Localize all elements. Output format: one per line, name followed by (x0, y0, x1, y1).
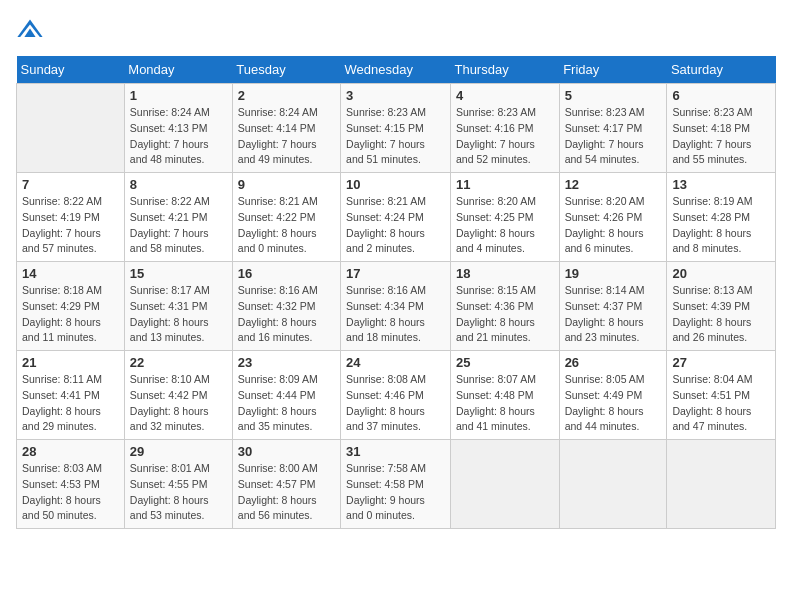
calendar-cell: 25Sunrise: 8:07 AMSunset: 4:48 PMDayligh… (450, 351, 559, 440)
calendar-week-row: 1Sunrise: 8:24 AMSunset: 4:13 PMDaylight… (17, 84, 776, 173)
calendar-cell: 21Sunrise: 8:11 AMSunset: 4:41 PMDayligh… (17, 351, 125, 440)
calendar-cell: 2Sunrise: 8:24 AMSunset: 4:14 PMDaylight… (232, 84, 340, 173)
calendar-cell: 19Sunrise: 8:14 AMSunset: 4:37 PMDayligh… (559, 262, 667, 351)
day-number: 21 (22, 355, 119, 370)
calendar-cell: 27Sunrise: 8:04 AMSunset: 4:51 PMDayligh… (667, 351, 776, 440)
day-info: Sunrise: 8:10 AMSunset: 4:42 PMDaylight:… (130, 372, 227, 435)
day-info: Sunrise: 8:16 AMSunset: 4:32 PMDaylight:… (238, 283, 335, 346)
calendar-header-friday: Friday (559, 56, 667, 84)
calendar-cell (667, 440, 776, 529)
calendar-week-row: 14Sunrise: 8:18 AMSunset: 4:29 PMDayligh… (17, 262, 776, 351)
calendar-cell: 5Sunrise: 8:23 AMSunset: 4:17 PMDaylight… (559, 84, 667, 173)
calendar-week-row: 7Sunrise: 8:22 AMSunset: 4:19 PMDaylight… (17, 173, 776, 262)
day-info: Sunrise: 8:07 AMSunset: 4:48 PMDaylight:… (456, 372, 554, 435)
day-number: 26 (565, 355, 662, 370)
calendar-table: SundayMondayTuesdayWednesdayThursdayFrid… (16, 56, 776, 529)
day-info: Sunrise: 8:16 AMSunset: 4:34 PMDaylight:… (346, 283, 445, 346)
day-number: 22 (130, 355, 227, 370)
day-info: Sunrise: 8:15 AMSunset: 4:36 PMDaylight:… (456, 283, 554, 346)
day-info: Sunrise: 8:09 AMSunset: 4:44 PMDaylight:… (238, 372, 335, 435)
calendar-cell: 18Sunrise: 8:15 AMSunset: 4:36 PMDayligh… (450, 262, 559, 351)
day-number: 29 (130, 444, 227, 459)
day-info: Sunrise: 8:22 AMSunset: 4:21 PMDaylight:… (130, 194, 227, 257)
day-number: 4 (456, 88, 554, 103)
day-number: 23 (238, 355, 335, 370)
day-info: Sunrise: 7:58 AMSunset: 4:58 PMDaylight:… (346, 461, 445, 524)
calendar-cell: 15Sunrise: 8:17 AMSunset: 4:31 PMDayligh… (124, 262, 232, 351)
day-info: Sunrise: 8:17 AMSunset: 4:31 PMDaylight:… (130, 283, 227, 346)
calendar-cell: 29Sunrise: 8:01 AMSunset: 4:55 PMDayligh… (124, 440, 232, 529)
day-number: 1 (130, 88, 227, 103)
day-number: 7 (22, 177, 119, 192)
calendar-cell: 31Sunrise: 7:58 AMSunset: 4:58 PMDayligh… (341, 440, 451, 529)
calendar-cell (559, 440, 667, 529)
day-info: Sunrise: 8:20 AMSunset: 4:25 PMDaylight:… (456, 194, 554, 257)
page-header (16, 16, 776, 44)
day-info: Sunrise: 8:21 AMSunset: 4:24 PMDaylight:… (346, 194, 445, 257)
calendar-cell: 7Sunrise: 8:22 AMSunset: 4:19 PMDaylight… (17, 173, 125, 262)
day-number: 16 (238, 266, 335, 281)
day-info: Sunrise: 8:24 AMSunset: 4:14 PMDaylight:… (238, 105, 335, 168)
calendar-cell: 4Sunrise: 8:23 AMSunset: 4:16 PMDaylight… (450, 84, 559, 173)
calendar-cell: 3Sunrise: 8:23 AMSunset: 4:15 PMDaylight… (341, 84, 451, 173)
calendar-cell: 13Sunrise: 8:19 AMSunset: 4:28 PMDayligh… (667, 173, 776, 262)
day-number: 6 (672, 88, 770, 103)
day-number: 30 (238, 444, 335, 459)
calendar-cell: 14Sunrise: 8:18 AMSunset: 4:29 PMDayligh… (17, 262, 125, 351)
day-info: Sunrise: 8:23 AMSunset: 4:18 PMDaylight:… (672, 105, 770, 168)
day-number: 24 (346, 355, 445, 370)
calendar-cell: 28Sunrise: 8:03 AMSunset: 4:53 PMDayligh… (17, 440, 125, 529)
calendar-cell: 26Sunrise: 8:05 AMSunset: 4:49 PMDayligh… (559, 351, 667, 440)
day-info: Sunrise: 8:04 AMSunset: 4:51 PMDaylight:… (672, 372, 770, 435)
day-number: 20 (672, 266, 770, 281)
calendar-header-thursday: Thursday (450, 56, 559, 84)
day-number: 25 (456, 355, 554, 370)
day-info: Sunrise: 8:20 AMSunset: 4:26 PMDaylight:… (565, 194, 662, 257)
day-number: 28 (22, 444, 119, 459)
day-info: Sunrise: 8:22 AMSunset: 4:19 PMDaylight:… (22, 194, 119, 257)
day-number: 5 (565, 88, 662, 103)
day-number: 13 (672, 177, 770, 192)
day-number: 14 (22, 266, 119, 281)
calendar-cell: 6Sunrise: 8:23 AMSunset: 4:18 PMDaylight… (667, 84, 776, 173)
calendar-cell (450, 440, 559, 529)
calendar-cell: 8Sunrise: 8:22 AMSunset: 4:21 PMDaylight… (124, 173, 232, 262)
day-number: 11 (456, 177, 554, 192)
day-info: Sunrise: 8:05 AMSunset: 4:49 PMDaylight:… (565, 372, 662, 435)
day-info: Sunrise: 8:23 AMSunset: 4:16 PMDaylight:… (456, 105, 554, 168)
day-number: 19 (565, 266, 662, 281)
calendar-cell: 9Sunrise: 8:21 AMSunset: 4:22 PMDaylight… (232, 173, 340, 262)
day-info: Sunrise: 8:23 AMSunset: 4:15 PMDaylight:… (346, 105, 445, 168)
calendar-header-saturday: Saturday (667, 56, 776, 84)
calendar-cell: 10Sunrise: 8:21 AMSunset: 4:24 PMDayligh… (341, 173, 451, 262)
day-number: 9 (238, 177, 335, 192)
day-info: Sunrise: 8:23 AMSunset: 4:17 PMDaylight:… (565, 105, 662, 168)
calendar-header-row: SundayMondayTuesdayWednesdayThursdayFrid… (17, 56, 776, 84)
calendar-cell: 1Sunrise: 8:24 AMSunset: 4:13 PMDaylight… (124, 84, 232, 173)
calendar-cell: 24Sunrise: 8:08 AMSunset: 4:46 PMDayligh… (341, 351, 451, 440)
day-info: Sunrise: 8:21 AMSunset: 4:22 PMDaylight:… (238, 194, 335, 257)
logo (16, 16, 48, 44)
day-number: 31 (346, 444, 445, 459)
day-info: Sunrise: 8:18 AMSunset: 4:29 PMDaylight:… (22, 283, 119, 346)
day-number: 12 (565, 177, 662, 192)
calendar-header-monday: Monday (124, 56, 232, 84)
day-number: 8 (130, 177, 227, 192)
day-number: 15 (130, 266, 227, 281)
calendar-cell: 30Sunrise: 8:00 AMSunset: 4:57 PMDayligh… (232, 440, 340, 529)
day-number: 2 (238, 88, 335, 103)
calendar-week-row: 21Sunrise: 8:11 AMSunset: 4:41 PMDayligh… (17, 351, 776, 440)
day-number: 27 (672, 355, 770, 370)
calendar-cell: 23Sunrise: 8:09 AMSunset: 4:44 PMDayligh… (232, 351, 340, 440)
day-info: Sunrise: 8:13 AMSunset: 4:39 PMDaylight:… (672, 283, 770, 346)
day-info: Sunrise: 8:00 AMSunset: 4:57 PMDaylight:… (238, 461, 335, 524)
day-number: 17 (346, 266, 445, 281)
logo-icon (16, 16, 44, 44)
day-info: Sunrise: 8:14 AMSunset: 4:37 PMDaylight:… (565, 283, 662, 346)
calendar-header-sunday: Sunday (17, 56, 125, 84)
day-number: 10 (346, 177, 445, 192)
day-info: Sunrise: 8:24 AMSunset: 4:13 PMDaylight:… (130, 105, 227, 168)
calendar-cell: 12Sunrise: 8:20 AMSunset: 4:26 PMDayligh… (559, 173, 667, 262)
day-info: Sunrise: 8:03 AMSunset: 4:53 PMDaylight:… (22, 461, 119, 524)
calendar-cell: 17Sunrise: 8:16 AMSunset: 4:34 PMDayligh… (341, 262, 451, 351)
